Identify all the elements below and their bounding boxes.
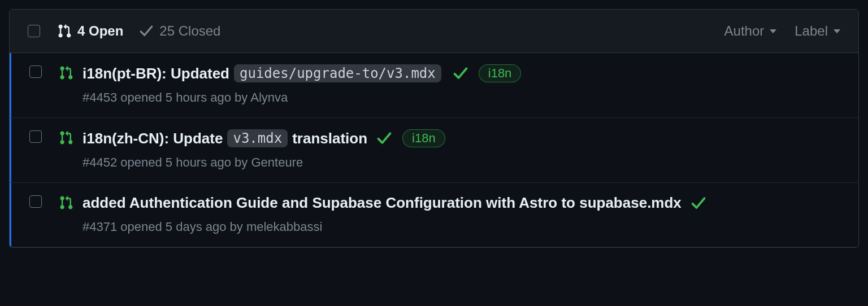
pr-list: i18n(pt-BR): Updated guides/upgrade-to/v… <box>10 53 858 247</box>
pr-row: added Authentication Guide and Supabase … <box>10 183 858 247</box>
pr-title-row: added Authentication Guide and Supabase … <box>83 194 840 212</box>
check-success-icon <box>691 195 706 211</box>
status-success-check[interactable] <box>453 65 468 81</box>
row-checkbox[interactable] <box>29 195 42 208</box>
code-badge: guides/upgrade-to/v3.mdx <box>234 64 441 82</box>
status-success-check[interactable] <box>376 130 392 146</box>
pr-status-icon-wrap <box>59 195 75 212</box>
pr-title-link[interactable]: added Authentication Guide and Supabase … <box>83 194 682 212</box>
pr-title-link[interactable]: i18n(zh-CN): Update v3.mdx translation <box>83 129 367 147</box>
list-header: 4 Open 25 Closed Author Label <box>10 10 858 53</box>
title-text: translation <box>292 130 367 147</box>
caret-down-icon <box>770 29 776 33</box>
row-checkbox[interactable] <box>29 65 42 78</box>
header-right: Author Label <box>724 23 840 39</box>
pull-request-icon <box>59 195 73 210</box>
label-pill[interactable]: i18n <box>479 64 522 82</box>
row-checkbox[interactable] <box>29 130 42 143</box>
pr-status-icon-wrap <box>59 130 75 147</box>
pr-row: i18n(pt-BR): Updated guides/upgrade-to/v… <box>10 53 858 118</box>
check-success-icon <box>376 130 392 146</box>
pr-list-container: 4 Open 25 Closed Author Label i18n(pt- <box>9 9 859 248</box>
filter-label-label: Label <box>795 23 828 39</box>
pr-meta: #4371 opened 5 days ago by melekabbassi <box>83 220 840 234</box>
check-success-icon <box>453 65 468 81</box>
filter-author-label: Author <box>724 23 765 39</box>
pr-title-link[interactable]: i18n(pt-BR): Updated guides/upgrade-to/v… <box>83 64 444 82</box>
pull-request-icon <box>57 24 72 38</box>
label-pill[interactable]: i18n <box>402 129 445 147</box>
select-all-checkbox[interactable] <box>28 25 40 37</box>
pull-request-icon <box>59 65 73 80</box>
title-text: i18n(zh-CN): Update <box>83 130 223 147</box>
code-badge: v3.mdx <box>227 129 288 147</box>
pr-title-row: i18n(pt-BR): Updated guides/upgrade-to/v… <box>83 64 840 82</box>
open-count-label: 4 Open <box>77 23 123 39</box>
tab-open[interactable]: 4 Open <box>57 23 123 39</box>
tab-group: 4 Open 25 Closed <box>57 23 220 39</box>
pr-status-icon-wrap <box>59 65 75 82</box>
pr-row: i18n(zh-CN): Update v3.mdx translationi1… <box>10 118 858 183</box>
pr-title-row: i18n(zh-CN): Update v3.mdx translationi1… <box>83 129 840 147</box>
filter-label[interactable]: Label <box>795 23 840 39</box>
tab-closed[interactable]: 25 Closed <box>139 23 220 39</box>
pr-content: i18n(pt-BR): Updated guides/upgrade-to/v… <box>83 64 840 105</box>
check-icon <box>139 24 154 38</box>
caret-down-icon <box>834 29 840 33</box>
pr-meta: #4453 opened 5 hours ago by Alynva <box>83 90 840 105</box>
status-success-check[interactable] <box>691 195 706 211</box>
header-left: 4 Open 25 Closed <box>28 23 220 39</box>
title-text: i18n(pt-BR): Updated <box>83 65 229 82</box>
pr-content: added Authentication Guide and Supabase … <box>83 194 840 234</box>
filter-author[interactable]: Author <box>724 23 777 39</box>
pr-meta: #4452 opened 5 hours ago by Genteure <box>83 155 840 170</box>
closed-count-label: 25 Closed <box>159 23 220 39</box>
title-text: added Authentication Guide and Supabase … <box>83 194 682 212</box>
pull-request-icon <box>59 130 73 145</box>
pr-content: i18n(zh-CN): Update v3.mdx translationi1… <box>83 129 840 170</box>
